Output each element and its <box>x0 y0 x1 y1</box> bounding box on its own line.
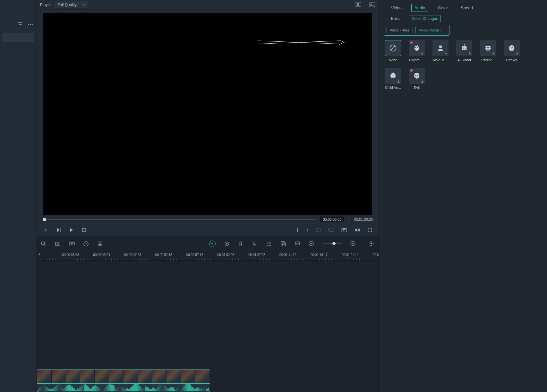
player-viewport[interactable] <box>43 13 372 215</box>
svg-rect-23 <box>254 242 255 244</box>
tool-crop-icon[interactable] <box>55 241 61 247</box>
preset-label: AI Robot <box>457 58 471 62</box>
subtab-basic[interactable]: Basic <box>388 15 404 22</box>
svg-rect-29 <box>370 242 371 243</box>
svg-point-2 <box>32 24 33 25</box>
timeline-ruler[interactable]: 300:00:38:0800:00:43:0400:00:47:2300:00:… <box>37 251 379 261</box>
filter-icon[interactable] <box>17 21 23 27</box>
inspector-subtabs: BasicVoice Changer <box>381 15 544 25</box>
download-icon <box>444 52 448 55</box>
tool-speed-icon[interactable] <box>83 241 89 247</box>
timeline-toolbar <box>37 236 379 251</box>
ruler-label: 00:00:47:23 <box>124 253 141 257</box>
svg-rect-31 <box>370 243 371 244</box>
picture-icon[interactable] <box>369 2 375 7</box>
preset-label: Hacker <box>506 58 517 62</box>
svg-point-48 <box>488 47 489 48</box>
compare-view-icon[interactable] <box>355 2 361 7</box>
svg-rect-3 <box>355 3 358 6</box>
download-icon <box>492 52 495 55</box>
svg-rect-8 <box>329 228 334 231</box>
zoom-in-icon[interactable] <box>350 241 356 247</box>
svg-point-13 <box>57 243 58 244</box>
ruler-label: 00:01:21:12 <box>342 253 359 257</box>
step-button[interactable] <box>56 227 61 233</box>
snapshot-icon[interactable] <box>341 227 347 233</box>
preset-robot[interactable]: AIAI Robot <box>455 40 473 62</box>
video-clip[interactable] <box>37 370 210 392</box>
ruler-label: 00:00:52:18 <box>155 253 172 257</box>
inspector-tabs: VideoAudioColorSpeed <box>381 2 544 15</box>
svg-point-43 <box>465 48 466 49</box>
preset-none[interactable]: None <box>384 40 402 62</box>
current-time: 00:00:00:00 <box>320 217 344 222</box>
media-item[interactable] <box>3 33 34 42</box>
prev-frame-button[interactable] <box>43 227 48 233</box>
ruler-label: 00:01:02:08 <box>217 253 234 257</box>
tab-speed[interactable]: Speed <box>457 4 476 12</box>
preset-male[interactable]: Male Mi... <box>432 40 449 62</box>
preset-child[interactable]: Child Vo... <box>384 68 402 89</box>
svg-point-22 <box>226 243 227 244</box>
tab-color[interactable]: Color <box>435 4 451 12</box>
svg-rect-7 <box>82 228 86 232</box>
ruler-label: 00:01:26:08 <box>373 253 379 257</box>
preset-hacker[interactable]: Hacker <box>503 40 521 62</box>
svg-point-51 <box>392 75 392 75</box>
more-icon[interactable] <box>28 21 33 27</box>
ruler-label: 00:00:57:13 <box>186 253 203 257</box>
tool-cut-icon[interactable] <box>97 241 103 247</box>
download-icon <box>468 52 471 55</box>
tool-overlay-icon[interactable] <box>280 241 286 247</box>
preset-evil[interactable]: Evil <box>408 68 426 89</box>
premium-gem-icon <box>410 69 413 72</box>
tool-mic-icon[interactable] <box>252 241 258 247</box>
preset-label: Child Vo... <box>385 86 401 89</box>
tab-video[interactable]: Video <box>388 4 405 12</box>
tool-target-icon[interactable] <box>224 241 230 247</box>
svg-point-1 <box>30 24 31 25</box>
pill-voice-filters[interactable]: Voice Filters <box>386 27 413 33</box>
tab-audio[interactable]: Audio <box>411 4 428 12</box>
svg-point-44 <box>464 44 465 45</box>
svg-rect-34 <box>371 245 372 246</box>
svg-text:AI: AI <box>463 45 464 47</box>
svg-rect-41 <box>462 46 467 50</box>
mark-in-button[interactable]: { <box>296 227 299 233</box>
svg-point-39 <box>439 45 442 48</box>
svg-rect-46 <box>486 46 490 51</box>
pill-voice-charact-[interactable]: Voice Charact... <box>415 27 447 33</box>
scrub-slider[interactable] <box>43 219 316 220</box>
player-header: Player Full Quality <box>37 0 379 10</box>
timeline-tracks[interactable] <box>37 261 379 392</box>
tool-select-icon[interactable] <box>41 241 47 247</box>
tool-caption-icon[interactable] <box>295 241 300 247</box>
download-icon <box>421 80 424 83</box>
preset-trad[interactable]: Traditio... <box>479 40 497 62</box>
preset-chipmunk[interactable]: Chipmu... <box>408 40 426 62</box>
svg-point-17 <box>98 244 100 246</box>
svg-rect-25 <box>282 243 286 246</box>
play-button[interactable] <box>68 227 74 233</box>
volume-icon[interactable] <box>354 227 360 233</box>
svg-rect-24 <box>281 242 284 245</box>
quality-label: Full Quality <box>57 3 77 7</box>
ruler-label: 3 <box>38 253 40 257</box>
fullscreen-icon[interactable] <box>367 227 373 233</box>
mark-out-button[interactable]: } <box>306 227 309 233</box>
track-options-icon[interactable] <box>369 241 375 247</box>
ruler-label: 00:01:07:03 <box>248 253 265 257</box>
tool-link-icon[interactable] <box>69 241 75 247</box>
stop-button[interactable] <box>81 227 87 233</box>
subtab-voice-changer[interactable]: Voice Changer <box>409 15 440 22</box>
svg-point-37 <box>415 47 416 48</box>
tool-marker-icon[interactable] <box>238 241 244 247</box>
display-icon[interactable] <box>329 227 334 233</box>
svg-point-38 <box>417 47 418 48</box>
markers-dropdown[interactable] <box>316 227 321 233</box>
tool-list-icon[interactable] <box>266 241 272 247</box>
tool-auto-icon[interactable] <box>209 241 216 247</box>
quality-dropdown[interactable]: Full Quality <box>55 1 88 8</box>
zoom-slider[interactable] <box>323 243 342 244</box>
zoom-out-icon[interactable] <box>309 241 314 247</box>
